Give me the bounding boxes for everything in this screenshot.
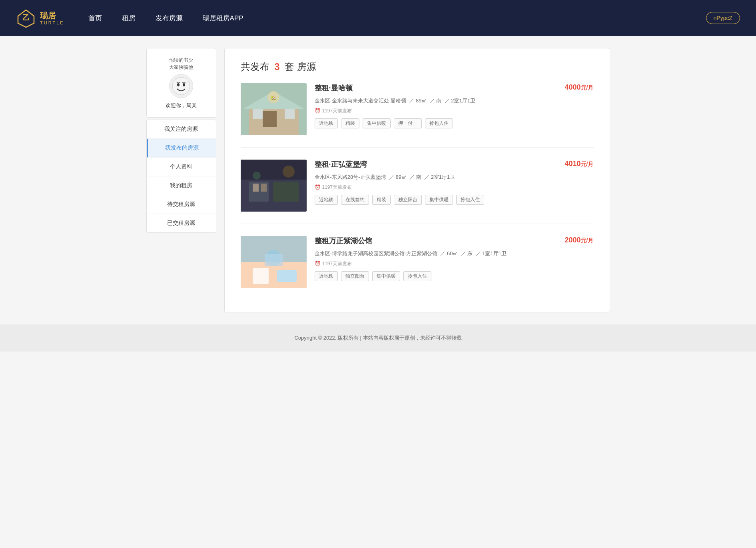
property-info-1: 整租·曼哈顿 金水区-金水路与未来大道交汇处-曼哈顿 ／ 89㎡ ／ 南 ／ 2… xyxy=(315,83,594,135)
footer: Copyright © 2022..版权所有 | 本站内容版权属于原创，未经许可… xyxy=(0,324,756,352)
svg-point-2 xyxy=(172,77,190,95)
tag: 近地铁 xyxy=(315,118,338,128)
user-profile-card: 他读的书少大家快骗他 欢迎你，周某 xyxy=(146,48,216,118)
tag: 独立阳台 xyxy=(341,271,369,281)
property-details-2: 金水区-东风路28号-正弘蓝堡湾 ／ 89㎡ ／ 南 ／ 2室1厅1卫 xyxy=(315,173,455,182)
property-card-3: 整租万正紫湖公馆 金水区-博学路龙子湖高校园区紫湖公馆-方正紫湖公馆 ／ 60㎡… xyxy=(241,236,594,300)
tag: 集中供暖 xyxy=(372,271,400,281)
clock-icon-3: ⏰ xyxy=(315,261,321,266)
content-area: 共发布 3 套 房源 🏡 xyxy=(224,48,610,312)
sidebar-item-my-rent[interactable]: 我的租房 xyxy=(147,176,216,195)
property-card-2: 整租·正弘蓝堡湾 金水区-东风路28号-正弘蓝堡湾 ／ 89㎡ ／ 南 ／ 2室… xyxy=(241,160,594,224)
title-suffix: 套 房源 xyxy=(285,61,316,72)
tag: 近地铁 xyxy=(315,271,338,281)
listing-count: 3 xyxy=(274,61,279,72)
logo-text: 瑒居 TURTLE xyxy=(40,11,64,25)
svg-rect-27 xyxy=(265,254,283,266)
svg-rect-10 xyxy=(285,109,295,119)
sidebar-item-profile[interactable]: 个人资料 xyxy=(147,158,216,176)
tag: 在线签约 xyxy=(341,195,369,205)
avatar xyxy=(169,74,193,98)
svg-rect-24 xyxy=(253,268,269,284)
logo-icon: 乙 xyxy=(16,8,36,28)
footer-text: Copyright © 2022..版权所有 | 本站内容版权属于原创，未经许可… xyxy=(294,335,461,341)
tag: 押一付一 xyxy=(394,118,422,128)
tag: 拎包入住 xyxy=(456,195,484,205)
svg-rect-16 xyxy=(273,182,299,202)
property-details-1: 金水区-金水路与未来大道交汇处-曼哈顿 ／ 89㎡ ／ 南 ／ 2室1厅1卫 xyxy=(315,97,475,105)
property-tags-1: 近地铁 精装 集中供暖 押一付一 拎包入住 xyxy=(315,118,594,128)
property-price-2: 4010元/月 xyxy=(565,160,594,168)
sidebar-item-pending[interactable]: 待交租房源 xyxy=(147,195,216,214)
tag: 精装 xyxy=(372,195,391,205)
property-title-2[interactable]: 整租·正弘蓝堡湾 xyxy=(315,160,455,169)
content-title: 共发布 3 套 房源 xyxy=(241,60,594,73)
svg-rect-8 xyxy=(263,111,277,127)
nav-home[interactable]: 首页 xyxy=(88,14,102,23)
sidebar: 他读的书少大家快骗他 欢迎你，周某 我关注的房源 我发布的房源 xyxy=(146,48,216,312)
property-tags-2: 近地铁 在线签约 精装 独立阳台 集中供暖 拎包入住 xyxy=(315,195,594,205)
property-info-3: 整租万正紫湖公馆 金水区-博学路龙子湖高校园区紫湖公馆-方正紫湖公馆 ／ 60㎡… xyxy=(315,236,594,288)
info-price-row-2: 整租·正弘蓝堡湾 金水区-东风路28号-正弘蓝堡湾 ／ 89㎡ ／ 南 ／ 2室… xyxy=(315,160,594,195)
nav-publish[interactable]: 发布房源 xyxy=(156,14,183,23)
svg-rect-25 xyxy=(277,270,297,282)
sidebar-item-my-listings[interactable]: 我发布的房源 xyxy=(147,139,216,158)
tag: 拎包入住 xyxy=(403,271,431,281)
logo-chinese: 瑒居 xyxy=(40,11,64,20)
user-button[interactable]: nPypcZ xyxy=(706,12,740,24)
svg-rect-18 xyxy=(261,184,267,192)
svg-rect-9 xyxy=(253,109,263,119)
property-time-2: ⏰ 1197天前发布 xyxy=(315,184,455,191)
clock-icon-2: ⏰ xyxy=(315,184,321,190)
title-prefix: 共发布 xyxy=(241,61,269,72)
svg-rect-17 xyxy=(253,184,259,192)
main-nav: 首页 租房 发布房源 瑒居租房APP xyxy=(88,14,706,23)
property-info-2: 整租·正弘蓝堡湾 金水区-东风路28号-正弘蓝堡湾 ／ 89㎡ ／ 南 ／ 2室… xyxy=(315,160,594,212)
tag: 独立阳台 xyxy=(394,195,422,205)
property-image-2[interactable] xyxy=(241,160,307,212)
sidebar-item-favorites[interactable]: 我关注的房源 xyxy=(147,120,216,139)
svg-point-3 xyxy=(177,83,180,86)
property-image-1[interactable]: 🏡 xyxy=(241,83,307,135)
property-title-3[interactable]: 整租万正紫湖公馆 xyxy=(315,236,507,246)
property-card-1: 🏡 整租·曼哈顿 金水区-金水路与未来大道交汇处-曼哈顿 ／ 89㎡ ／ 南 ／… xyxy=(241,83,594,148)
svg-point-4 xyxy=(183,83,185,86)
property-title-1[interactable]: 整租·曼哈顿 xyxy=(315,83,475,93)
sidebar-item-rented[interactable]: 已交租房源 xyxy=(147,214,216,232)
svg-text:🏡: 🏡 xyxy=(271,95,276,100)
welcome-text: 欢迎你，周某 xyxy=(153,102,210,109)
logo[interactable]: 乙 瑒居 TURTLE xyxy=(16,8,64,28)
property-price-1: 4000元/月 xyxy=(565,83,594,92)
info-price-row-3: 整租万正紫湖公馆 金水区-博学路龙子湖高校园区紫湖公馆-方正紫湖公馆 ／ 60㎡… xyxy=(315,236,594,271)
property-price-3: 2000元/月 xyxy=(565,236,594,244)
property-time-1: ⏰ 1197天前发布 xyxy=(315,108,475,114)
header: 乙 瑒居 TURTLE 首页 租房 发布房源 瑒居租房APP nPypcZ xyxy=(0,0,756,36)
clock-icon-1: ⏰ xyxy=(315,108,321,114)
info-price-row-1: 整租·曼哈顿 金水区-金水路与未来大道交汇处-曼哈顿 ／ 89㎡ ／ 南 ／ 2… xyxy=(315,83,594,118)
logo-english: TURTLE xyxy=(40,20,64,25)
tag: 集中供暖 xyxy=(363,118,391,128)
nav-rent[interactable]: 租房 xyxy=(122,14,136,23)
property-tags-3: 近地铁 独立阳台 集中供暖 拎包入住 xyxy=(315,271,594,281)
property-time-3: ⏰ 1197天前发布 xyxy=(315,260,507,267)
property-details-3: 金水区-博学路龙子湖高校园区紫湖公馆-方正紫湖公馆 ／ 60㎡ ／ 东 ／ 1室… xyxy=(315,250,507,258)
sidebar-menu: 我关注的房源 我发布的房源 个人资料 我的租房 待交租房源 已交租房源 xyxy=(146,120,216,233)
svg-point-20 xyxy=(253,172,261,180)
tag: 近地铁 xyxy=(315,195,338,205)
svg-text:乙: 乙 xyxy=(22,14,30,22)
property-image-3[interactable] xyxy=(241,236,307,288)
tag: 集中供暖 xyxy=(425,195,453,205)
main-container: 他读的书少大家快骗他 欢迎你，周某 我关注的房源 我发布的房源 xyxy=(138,48,618,312)
svg-point-19 xyxy=(283,166,295,178)
profile-speech: 他读的书少大家快骗他 xyxy=(153,56,210,71)
nav-app[interactable]: 瑒居租房APP xyxy=(203,14,243,23)
tag: 精装 xyxy=(341,118,359,128)
tag: 拎包入住 xyxy=(425,118,453,128)
